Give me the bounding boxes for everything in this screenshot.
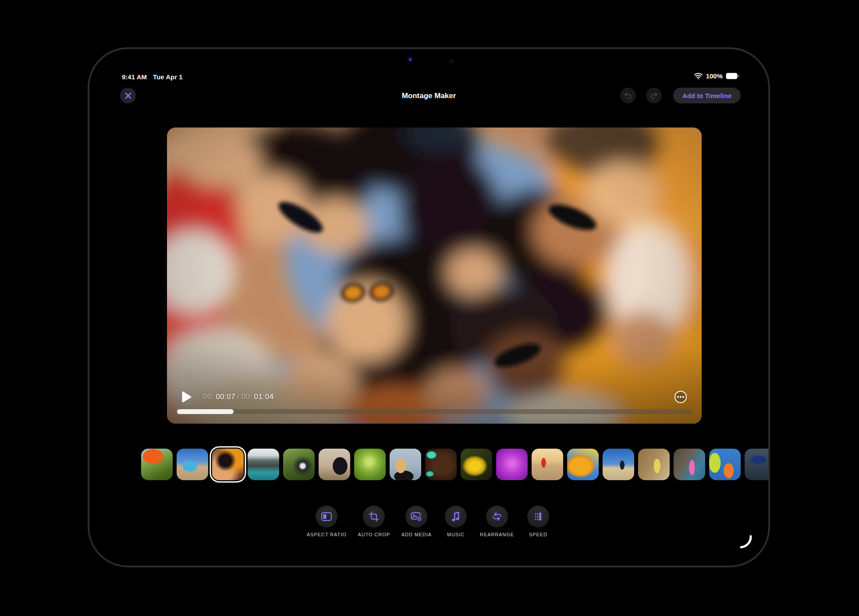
tool-label: MUSIC <box>447 532 465 537</box>
timecode: 00:00:07 / 00:01:04 <box>203 393 274 401</box>
thumbnail-rocky-cove-teal-water[interactable] <box>248 449 279 480</box>
tool-label: ASPECT RATIO <box>307 532 346 537</box>
speed-button[interactable]: SPEED <box>525 506 551 537</box>
add-media-button[interactable]: ADD MEDIA <box>401 506 432 537</box>
thumbnail-woman-pink-dress-rocks[interactable] <box>674 449 705 480</box>
tool-label: REARRANGE <box>480 532 514 537</box>
toolbar: ASPECT RATIO AUTO CROP ADD <box>89 506 768 537</box>
progress-bar[interactable] <box>177 409 692 414</box>
redo-arrow-icon <box>649 91 659 100</box>
play-button[interactable] <box>182 391 194 403</box>
tool-label: ADD MEDIA <box>401 532 432 537</box>
status-bar-right: 100% <box>694 72 739 80</box>
add-media-icon <box>411 511 422 522</box>
music-note-icon <box>451 511 461 522</box>
duration-prefix: 00: <box>241 393 252 401</box>
redo-button[interactable] <box>646 88 662 103</box>
thumbnail-beach-pair-sunset[interactable] <box>532 449 563 480</box>
thumbnail-butterfly-dark-teal[interactable] <box>425 449 457 480</box>
add-to-timeline-label: Add to Timeline <box>682 92 731 99</box>
status-time: 9:41 AM <box>122 73 147 81</box>
rearrange-arrows-icon <box>492 512 502 521</box>
desktop-background: { "status_bar": { "time": "9:41 AM", "da… <box>0 0 859 616</box>
thumbnail-puffin-green-cliff[interactable] <box>283 449 315 480</box>
pencil-hover-arc-icon <box>739 534 753 551</box>
speed-dots-icon <box>533 511 543 522</box>
rearrange-button[interactable]: REARRANGE <box>480 506 514 537</box>
thumbnail-woman-green-sweater-orange-hat[interactable] <box>141 449 173 480</box>
auto-crop-icon <box>369 511 379 522</box>
thumbnail-friends-lime-orange[interactable] <box>709 449 741 480</box>
battery-percent: 100% <box>706 72 723 80</box>
battery-icon <box>726 73 739 79</box>
elapsed-prefix: 00: <box>203 393 214 401</box>
video-vignette <box>167 127 702 424</box>
progress-fill <box>177 409 234 414</box>
tool-label: AUTO CROP <box>358 532 390 537</box>
thumbnail-friends-circle-sunglasses[interactable] <box>212 449 244 480</box>
front-camera-indicator-icon <box>409 58 412 61</box>
thumbnail-silhouette-sitting-dusk[interactable] <box>319 449 350 480</box>
front-camera-lens-icon <box>449 59 454 64</box>
wifi-icon <box>694 73 703 80</box>
thumbnail-beach-pair-blue-fabric[interactable] <box>177 449 208 480</box>
thumbnail-blonde-woman-by-sea[interactable] <box>390 449 421 480</box>
duration-time: 01:04 <box>254 393 274 401</box>
elapsed-time: 00:07 <box>216 393 235 401</box>
tool-label: SPEED <box>529 532 547 537</box>
ellipsis-icon <box>677 396 679 398</box>
ipad-device-frame: 9:41 AM Tue Apr 1 100% Montage Maker <box>88 47 770 567</box>
page-title: Montage Maker <box>89 92 768 100</box>
thumbnail-yellow-flower-macro[interactable] <box>461 449 492 480</box>
thumbnail-beach-blue-scarf-cropped[interactable] <box>745 449 770 480</box>
aspect-ratio-button[interactable]: ASPECT RATIO <box>307 506 346 537</box>
play-triangle-icon <box>182 391 192 403</box>
media-strip <box>141 449 770 480</box>
video-preview[interactable]: 00:00:07 / 00:01:04 <box>167 127 702 424</box>
time-separator: / <box>237 393 239 401</box>
undo-button[interactable] <box>620 88 636 103</box>
auto-crop-button[interactable]: AUTO CROP <box>358 506 390 537</box>
thumbnail-women-yellow-dress-cliff[interactable] <box>638 449 670 480</box>
thumbnail-green-succulent-macro[interactable] <box>354 449 386 480</box>
status-bar-left: 9:41 AM Tue Apr 1 <box>122 73 182 81</box>
thumbnail-purple-thistle-macro[interactable] <box>496 449 528 480</box>
undo-arrow-icon <box>623 91 633 100</box>
add-to-timeline-button[interactable]: Add to Timeline <box>673 88 741 103</box>
more-options-button[interactable] <box>674 391 687 403</box>
music-button[interactable]: MUSIC <box>443 506 469 537</box>
status-date: Tue Apr 1 <box>153 73 183 81</box>
thumbnail-dancer-orange-fabric[interactable] <box>567 449 599 480</box>
thumbnail-beach-runner-blue-sky[interactable] <box>603 449 634 480</box>
aspect-ratio-icon <box>321 511 332 522</box>
